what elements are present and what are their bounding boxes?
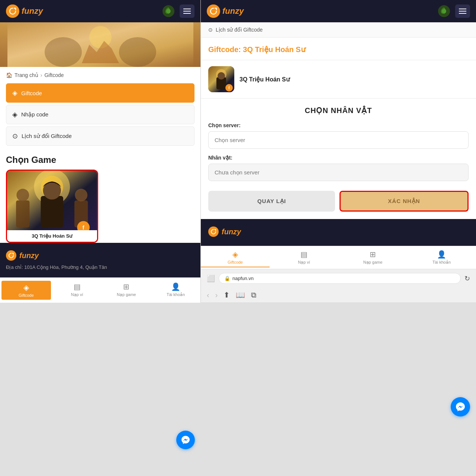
svg-point-1 — [166, 9, 171, 13]
nav-item-lich-su[interactable]: ⊙ Lịch sử đổi Giftcode — [6, 126, 194, 146]
left-hero-banner — [0, 22, 200, 67]
right-nav-tai-khoan[interactable]: 👤 Tài khoản — [407, 248, 476, 267]
section-title: Chọn Game — [0, 147, 200, 170]
svg-point-22 — [218, 72, 225, 80]
history-label: Lịch sử đổi Giftcode — [216, 27, 263, 33]
browser-share-btn[interactable]: ⬆ — [223, 290, 230, 299]
right-nav-napgame-label: Nạp game — [363, 260, 383, 265]
bottom-napvi-icon: ▤ — [74, 282, 81, 291]
right-nav-giftcode[interactable]: ◈ Giftcode — [201, 248, 270, 267]
right-nav-napvi-label: Nạp ví — [298, 260, 310, 265]
browser-back-btn[interactable]: ‹ — [207, 291, 209, 299]
svg-rect-11 — [16, 200, 29, 227]
footer-logo-icon — [6, 250, 16, 261]
right-logo-icon — [207, 4, 220, 18]
svg-point-18 — [442, 9, 446, 13]
messenger-fab-right[interactable] — [451, 397, 470, 416]
right-nav-giftcode-label: Giftcode — [228, 260, 243, 264]
browser-bookmarks-btn[interactable]: 📖 — [236, 290, 245, 299]
browser-nav-buttons: ‹ › ⬆ 📖 ⧉ — [201, 287, 476, 302]
right-header-icons — [437, 4, 470, 19]
right-nav-taikhoan-label: Tài khoản — [432, 260, 451, 265]
choose-character-section: CHỌN NHÂN VẬT Chọn server: Nhân vật: QUA… — [201, 99, 476, 219]
left-panel: funzy — [0, 0, 201, 476]
game-card-image: f — [7, 171, 97, 230]
right-footer: funzy — [201, 219, 476, 246]
character-label: Nhân vật: — [208, 155, 469, 161]
choose-character-title: CHỌN NHÂN VẬT — [208, 106, 469, 115]
browser-url-bar[interactable]: 🔒 napfun.vn — [219, 273, 461, 284]
game-card-3q[interactable]: f 3Q Triệu Hoán Sư — [6, 170, 98, 243]
right-footer-logo: funzy — [208, 226, 469, 237]
footer-address: Địa chỉ: 101A Cộng Hòa, Phường 4, Quận T… — [6, 264, 107, 270]
breadcrumb-separator: › — [41, 72, 42, 78]
nav-item-nhap-code-label: Nhập code — [21, 111, 48, 118]
bottom-taikhoan-label: Tài khoản — [167, 292, 185, 297]
confirm-button[interactable]: XÁC NHẬN — [340, 191, 469, 212]
bottom-napvi-label: Nạp ví — [71, 292, 83, 297]
footer-logo: funzy — [6, 250, 194, 261]
refresh-icon[interactable]: ↻ — [464, 274, 470, 283]
right-logo: funzy — [207, 4, 244, 18]
left-menu-button[interactable] — [180, 4, 194, 18]
right-footer-logo-text: funzy — [222, 228, 241, 236]
page-title-section: Giftcode: 3Q Triệu Hoán Sư — [201, 38, 476, 60]
browser-bar: ⬜ 🔒 napfun.vn ↻ — [201, 269, 476, 287]
right-menu-button[interactable] — [455, 4, 470, 18]
bottom-nav-tai-khoan[interactable]: 👤 Tài khoản — [151, 280, 200, 300]
left-footer: funzy Địa chỉ: 101A Cộng Hòa, Phường 4, … — [0, 243, 200, 277]
history-bar[interactable]: ⊙ Lịch sử đổi Giftcode — [201, 22, 476, 38]
game-info-row: f 3Q Triệu Hoán Sư — [201, 60, 476, 99]
right-leaf-icon — [437, 4, 451, 19]
lich-su-icon: ⊙ — [12, 132, 18, 140]
right-nav-napgame-icon: ⊞ — [370, 250, 376, 259]
svg-point-14 — [75, 189, 87, 202]
breadcrumb-home-icon: 🏠 — [6, 72, 12, 78]
left-header: funzy — [0, 0, 200, 22]
right-panel: funzy ⊙ Lịch sử đổi Giftcode — [201, 0, 476, 476]
back-button[interactable]: QUAY LẠI — [208, 191, 335, 212]
bottom-nav-nap-game[interactable]: ⊞ Nạp game — [102, 280, 151, 300]
url-text: napfun.vn — [232, 276, 254, 281]
svg-point-12 — [16, 189, 29, 202]
left-logo: funzy — [6, 4, 43, 18]
bottom-napgame-icon: ⊞ — [123, 282, 129, 291]
svg-rect-9 — [41, 196, 63, 228]
action-buttons: QUAY LẠI XÁC NHẬN — [208, 191, 469, 212]
breadcrumb: 🏠 Trang chủ › Giftcode — [0, 67, 200, 83]
messenger-fab-left[interactable] — [176, 431, 195, 449]
server-label: Chọn server: — [208, 122, 469, 128]
browser-forward-btn[interactable]: › — [215, 291, 218, 299]
right-nav-nap-game[interactable]: ⊞ Nạp game — [338, 248, 407, 267]
character-input[interactable] — [208, 164, 469, 181]
server-input[interactable] — [208, 131, 469, 149]
right-nav-nap-vi[interactable]: ▤ Nạp ví — [270, 248, 338, 267]
game-thumb: f — [208, 66, 234, 92]
nav-item-nhap-code[interactable]: ◈ Nhập code — [6, 105, 194, 124]
leaf-icon — [161, 4, 176, 19]
right-footer-logo-icon — [208, 226, 219, 237]
nav-item-giftcode[interactable]: ◈ Giftcode — [6, 83, 194, 103]
game-card-label: 3Q Triệu Hoán Sư — [7, 230, 97, 242]
bottom-napgame-label: Nạp game — [117, 292, 136, 297]
right-nav-taikhoan-icon: 👤 — [437, 250, 446, 259]
right-nav-napvi-icon: ▤ — [300, 250, 308, 259]
giftcode-icon: ◈ — [12, 89, 17, 97]
left-logo-text: funzy — [22, 6, 43, 16]
browser-tab-icon: ⬜ — [207, 274, 215, 283]
breadcrumb-current: Giftcode — [44, 72, 64, 78]
hero-illustration — [7, 22, 193, 67]
right-nav-giftcode-icon: ◈ — [232, 250, 238, 259]
left-bottom-nav: ◈ Giftcode ▤ Nạp ví ⊞ Nạp game 👤 Tài kho… — [0, 277, 200, 303]
bottom-nav-nap-vi[interactable]: ▤ Nạp ví — [52, 280, 102, 300]
bottom-giftcode-label: Giftcode — [19, 293, 34, 298]
game-thumb-name: 3Q Triệu Hoán Sư — [239, 76, 290, 83]
svg-point-4 — [45, 37, 82, 67]
right-header: funzy — [201, 0, 476, 22]
right-bottom-nav: ◈ Giftcode ▤ Nạp ví ⊞ Nạp game 👤 Tài kho… — [201, 246, 476, 269]
page-title-game-name: 3Q Triệu Hoán Sư — [243, 45, 305, 54]
browser-tabs-btn[interactable]: ⧉ — [251, 291, 256, 299]
bottom-nav-giftcode[interactable]: ◈ Giftcode — [1, 281, 51, 300]
breadcrumb-home-text[interactable]: Trang chủ — [15, 72, 38, 78]
lock-icon: 🔒 — [224, 276, 230, 281]
